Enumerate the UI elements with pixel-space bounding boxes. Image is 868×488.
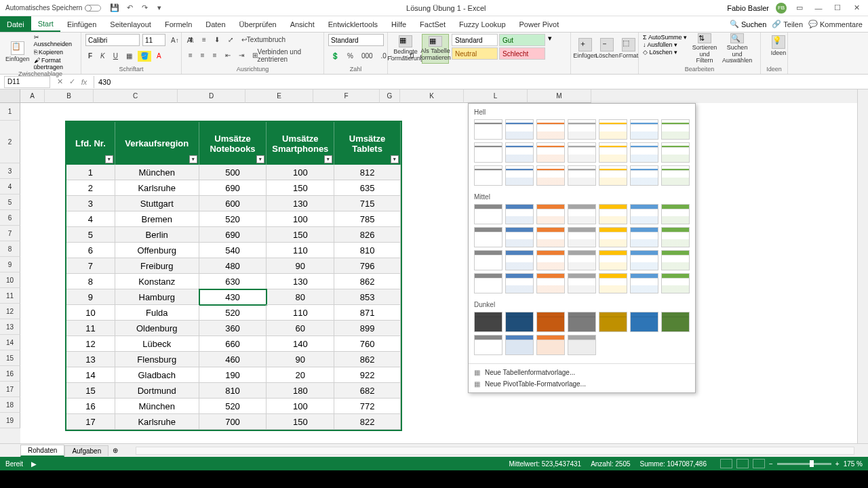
table-cell[interactable]: Karlsruhe (115, 414, 199, 430)
table-cell[interactable]: 540 (199, 243, 267, 258)
table-style-swatch[interactable] (536, 250, 565, 270)
row-header-9[interactable]: 9 (0, 257, 20, 272)
auto-save-toggle[interactable]: Automatisches Speichern (5, 4, 101, 12)
table-style-swatch[interactable] (505, 273, 534, 293)
table-cell[interactable]: 90 (267, 352, 334, 367)
table-style-swatch[interactable] (505, 119, 534, 140)
sheet-tab-rohdaten[interactable]: Rohdaten (20, 445, 64, 457)
table-style-swatch[interactable] (474, 142, 502, 163)
table-cell[interactable]: 10 (66, 305, 115, 321)
table-style-swatch[interactable] (474, 165, 502, 186)
table-cell[interactable]: Gladbach (115, 367, 199, 383)
filter-icon-3[interactable]: ▾ (324, 155, 332, 163)
table-style-swatch[interactable] (661, 227, 690, 247)
number-format-select[interactable] (328, 34, 384, 46)
style-standard[interactable]: Standard (452, 34, 498, 46)
ideas-button[interactable]: 💡Ideen (765, 34, 792, 58)
col-header-D[interactable]: D (178, 89, 245, 103)
table-style-swatch[interactable] (661, 250, 690, 270)
align-middle[interactable]: ≡ (199, 34, 209, 45)
vertical-scrollbar[interactable] (857, 89, 868, 443)
table-style-swatch[interactable] (568, 227, 596, 247)
table-style-swatch[interactable] (568, 142, 596, 163)
qat-dropdown-icon[interactable]: ▾ (154, 3, 165, 14)
fx-icon[interactable]: fx (79, 77, 90, 87)
fill-color-button[interactable]: 🪣 (138, 51, 151, 62)
table-style-swatch[interactable] (568, 119, 596, 140)
row-header-11[interactable]: 11 (0, 288, 20, 304)
col-header-C[interactable]: C (94, 89, 178, 103)
tab-ueberpruefen[interactable]: Überprüfen (233, 16, 283, 32)
table-style-swatch[interactable] (536, 273, 565, 293)
undo-icon[interactable]: ↶ (124, 3, 135, 14)
table-cell[interactable]: Stuttgart (115, 196, 199, 211)
row-header-10[interactable]: 10 (0, 272, 20, 288)
table-style-swatch[interactable] (474, 250, 502, 270)
row-header-14[interactable]: 14 (0, 335, 20, 350)
border-button[interactable]: ▦ (123, 51, 135, 62)
table-style-swatch[interactable] (505, 335, 534, 355)
table-cell[interactable]: 520 (199, 305, 267, 321)
table-cell[interactable]: 480 (199, 258, 267, 274)
table-style-swatch[interactable] (536, 227, 565, 247)
tab-powerpivot[interactable]: Power Pivot (513, 16, 566, 32)
format-as-table-button[interactable]: ▦Als Tabelle formatieren (422, 34, 449, 64)
tab-einfuegen[interactable]: Einfügen (60, 16, 103, 32)
table-cell[interactable]: 9 (66, 289, 115, 305)
col-header-K[interactable]: K (400, 89, 464, 103)
clear-button[interactable]: ◇ Löschen ▾ (643, 49, 687, 56)
table-style-swatch[interactable] (599, 204, 627, 224)
table-style-swatch[interactable] (630, 119, 658, 140)
table-cell[interactable]: 660 (199, 336, 267, 352)
zoom-out[interactable]: − (769, 460, 773, 468)
tab-fuzzy[interactable]: Fuzzy Lookup (452, 16, 512, 32)
font-size-select[interactable] (142, 34, 165, 46)
table-cell[interactable]: 130 (267, 274, 334, 289)
user-avatar[interactable]: FB (776, 3, 787, 14)
table-cell[interactable]: 500 (199, 165, 267, 180)
table-cell[interactable]: 15 (66, 383, 115, 399)
thousand-button[interactable]: 000 (359, 51, 376, 62)
row-header-7[interactable]: 7 (0, 226, 20, 241)
table-cell[interactable]: 8 (66, 274, 115, 289)
row-header-12[interactable]: 12 (0, 304, 20, 319)
table-cell[interactable]: 810 (334, 243, 401, 258)
format-cells-button[interactable]: ⬚Format (618, 34, 639, 64)
enter-icon[interactable]: ✓ (66, 77, 77, 87)
horizontal-scrollbar[interactable] (136, 447, 854, 455)
zoom-in[interactable]: + (835, 460, 840, 468)
ribbon-options-icon[interactable]: ▭ (793, 3, 806, 13)
cancel-icon[interactable]: ✕ (54, 77, 65, 87)
tab-seitenlayout[interactable]: Seitenlayout (103, 16, 158, 32)
insert-cells-button[interactable]: ＋Einfügen (575, 34, 595, 64)
indent-dec[interactable]: ⇤ (222, 50, 233, 61)
table-cell[interactable]: 430 (199, 289, 267, 305)
align-center[interactable]: ≡ (198, 50, 208, 61)
table-style-swatch[interactable] (536, 335, 565, 355)
style-neutral[interactable]: Neutral (452, 47, 498, 60)
row-header-3[interactable]: 3 (0, 163, 20, 179)
table-cell[interactable]: 796 (334, 258, 401, 274)
col-header-L[interactable]: L (464, 89, 528, 103)
delete-cells-button[interactable]: －Löschen (597, 34, 617, 64)
table-cell[interactable]: 5 (66, 227, 115, 243)
table-cell[interactable]: München (115, 165, 199, 180)
table-cell[interactable]: München (115, 399, 199, 414)
table-cell[interactable]: 14 (66, 367, 115, 383)
col-header-G[interactable]: G (380, 89, 400, 103)
table-cell[interactable]: 60 (267, 321, 334, 336)
row-header-1[interactable]: 1 (0, 103, 20, 121)
col-header-M[interactable]: M (528, 89, 591, 103)
col-header-F[interactable]: F (313, 89, 380, 103)
table-style-swatch[interactable] (568, 204, 596, 224)
table-style-swatch[interactable] (630, 273, 658, 293)
table-style-swatch[interactable] (505, 204, 534, 224)
table-style-swatch[interactable] (630, 142, 658, 163)
table-cell[interactable]: 822 (334, 414, 401, 430)
table-cell[interactable]: 520 (199, 399, 267, 414)
table-cell[interactable]: 12 (66, 336, 115, 352)
table-cell[interactable]: Berlin (115, 227, 199, 243)
currency-button[interactable]: 💲 (328, 51, 342, 62)
table-cell[interactable]: 810 (199, 383, 267, 399)
row-header-13[interactable]: 13 (0, 319, 20, 335)
